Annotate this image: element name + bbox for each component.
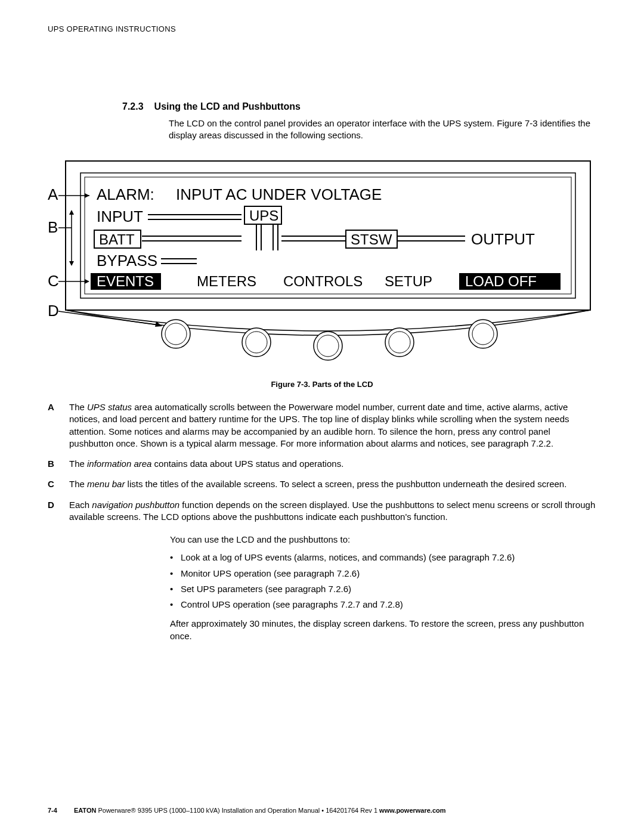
callout-a: A (48, 185, 58, 203)
lcd-stsw-label: STSW (351, 231, 392, 247)
lcd-batt-label: BATT (99, 231, 135, 247)
def-text-d: Each navigation pushbutton function depe… (69, 499, 596, 524)
def-key-c: C (48, 478, 61, 490)
bullet-item: Set UPS parameters (see paragraph 7.2.6) (170, 583, 596, 595)
menu-meters: METERS (197, 273, 256, 289)
lcd-bypass-label: BYPASS (97, 252, 157, 270)
menu-load-off: LOAD OFF (465, 273, 537, 289)
footer-text: EATON Powerware® 9395 UPS (1000–1100 kVA… (74, 806, 446, 815)
lcd-diagram: ALARM: INPUT AC UNDER VOLTAGE INPUT UPS … (48, 155, 596, 376)
lcd-alarm-label: ALARM: (97, 185, 154, 203)
usage-lead: You can use the LCD and the pushbuttons … (170, 534, 596, 546)
bullet-item: Control UPS operation (see paragraphs 7.… (170, 599, 596, 611)
pushbutton-4 (385, 328, 414, 357)
lcd-output-label: OUTPUT (471, 230, 535, 248)
menu-controls: CONTROLS (283, 273, 363, 289)
def-key-d: D (48, 499, 61, 524)
lcd-alarm-msg: INPUT AC UNDER VOLTAGE (176, 185, 382, 203)
figure-caption: Figure 7-3. Parts of the LCD (48, 379, 596, 390)
pushbutton-3 (314, 332, 342, 360)
section-number: 7.2.3 (122, 100, 144, 113)
pushbutton-5 (469, 320, 497, 348)
def-key-b: B (48, 458, 61, 470)
menu-events: EVENTS (97, 273, 154, 289)
svg-marker-37 (69, 261, 74, 266)
lcd-input-label: INPUT (97, 208, 143, 225)
pushbutton-2 (242, 328, 271, 357)
usage-trailer: After approximately 30 minutes, the disp… (170, 618, 596, 642)
lcd-ups-label: UPS (249, 208, 278, 224)
figure-lcd: ALARM: INPUT AC UNDER VOLTAGE INPUT UPS … (48, 155, 596, 390)
page-footer: 7-4 EATON Powerware® 9395 UPS (1000–1100… (48, 806, 596, 815)
callout-d: D (48, 302, 59, 320)
def-text-b: The information area contains data about… (69, 458, 596, 470)
callout-b: B (48, 218, 58, 236)
usage-block: You can use the LCD and the pushbuttons … (170, 534, 596, 642)
page-number: 7-4 (48, 806, 57, 815)
section-heading: 7.2.3 Using the LCD and Pushbuttons (122, 100, 596, 113)
svg-line-40 (58, 311, 158, 325)
svg-point-26 (314, 332, 342, 360)
def-text-a: The UPS status area automatically scroll… (69, 401, 596, 450)
menu-setup: SETUP (385, 273, 432, 289)
def-key-a: A (48, 401, 61, 450)
svg-marker-36 (69, 210, 74, 215)
svg-point-22 (162, 320, 190, 348)
svg-marker-39 (85, 279, 89, 284)
usage-bullets: Look at a log of UPS events (alarms, not… (170, 552, 596, 611)
section-title: Using the LCD and Pushbuttons (154, 100, 301, 113)
svg-point-30 (469, 320, 497, 348)
svg-marker-33 (85, 193, 89, 198)
section-intro: The LCD on the control panel provides an… (169, 117, 596, 142)
definition-list: A The UPS status area automatically scro… (48, 401, 596, 523)
pushbutton-1 (162, 320, 190, 348)
bullet-item: Look at a log of UPS events (alarms, not… (170, 552, 596, 563)
svg-point-28 (385, 328, 414, 357)
callout-c: C (48, 272, 59, 290)
bullet-item: Monitor UPS operation (see paragraph 7.2… (170, 568, 596, 580)
page-header: UPS OPERATING INSTRUCTIONS (48, 24, 596, 35)
def-text-c: The menu bar lists the titles of the ava… (69, 478, 596, 490)
svg-point-24 (242, 328, 271, 357)
